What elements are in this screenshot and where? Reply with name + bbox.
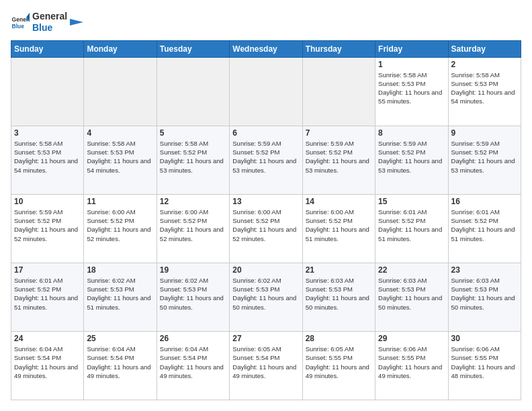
day-info: Sunrise: 6:03 AMSunset: 5:53 PMDaylight:… <box>378 276 445 312</box>
calendar-cell: 10Sunrise: 5:59 AMSunset: 5:52 PMDayligh… <box>11 194 84 263</box>
calendar-cell: 15Sunrise: 6:01 AMSunset: 5:52 PMDayligh… <box>375 194 448 263</box>
day-number: 20 <box>232 265 299 275</box>
day-info: Sunrise: 6:02 AMSunset: 5:53 PMDaylight:… <box>232 276 299 312</box>
day-info: Sunrise: 5:59 AMSunset: 5:52 PMDaylight:… <box>306 139 372 175</box>
calendar-header-row: SundayMondayTuesdayWednesdayThursdayFrid… <box>11 40 521 57</box>
day-info: Sunrise: 5:59 AMSunset: 5:52 PMDaylight:… <box>232 139 299 175</box>
weekday-header-monday: Monday <box>84 40 157 57</box>
calendar-cell: 28Sunrise: 6:05 AMSunset: 5:55 PMDayligh… <box>302 331 375 400</box>
day-number: 13 <box>232 197 299 206</box>
weekday-header-thursday: Thursday <box>302 40 375 57</box>
calendar-cell: 24Sunrise: 6:04 AMSunset: 5:54 PMDayligh… <box>11 331 84 400</box>
calendar-cell: 7Sunrise: 5:59 AMSunset: 5:52 PMDaylight… <box>302 126 375 194</box>
calendar-cell: 22Sunrise: 6:03 AMSunset: 5:53 PMDayligh… <box>375 263 448 331</box>
page: General Blue General Blue Su <box>0 0 532 411</box>
calendar-cell: 29Sunrise: 6:06 AMSunset: 5:55 PMDayligh… <box>375 331 448 400</box>
day-info: Sunrise: 6:00 AMSunset: 5:52 PMDaylight:… <box>160 208 226 243</box>
day-info: Sunrise: 6:02 AMSunset: 5:53 PMDaylight:… <box>160 276 226 312</box>
logo-text: General Blue <box>32 11 67 34</box>
logo: General Blue General Blue <box>11 11 83 34</box>
calendar-cell: 26Sunrise: 6:04 AMSunset: 5:54 PMDayligh… <box>157 331 229 400</box>
calendar-cell: 13Sunrise: 6:00 AMSunset: 5:52 PMDayligh… <box>230 194 302 263</box>
day-info: Sunrise: 6:04 AMSunset: 5:54 PMDaylight:… <box>160 345 226 380</box>
weekday-header-tuesday: Tuesday <box>157 40 229 57</box>
calendar-cell <box>157 57 229 126</box>
day-info: Sunrise: 6:04 AMSunset: 5:54 PMDaylight:… <box>14 345 81 380</box>
day-number: 28 <box>306 334 372 343</box>
calendar-cell: 9Sunrise: 5:59 AMSunset: 5:52 PMDaylight… <box>448 126 521 194</box>
calendar-cell: 6Sunrise: 5:59 AMSunset: 5:52 PMDaylight… <box>230 126 302 194</box>
day-info: Sunrise: 6:01 AMSunset: 5:52 PMDaylight:… <box>378 208 445 243</box>
day-number: 19 <box>160 265 226 275</box>
day-number: 22 <box>378 265 445 275</box>
logo-icon: General Blue <box>11 13 30 32</box>
day-info: Sunrise: 6:03 AMSunset: 5:53 PMDaylight:… <box>451 276 518 312</box>
day-info: Sunrise: 5:59 AMSunset: 5:52 PMDaylight:… <box>451 139 518 175</box>
day-info: Sunrise: 5:59 AMSunset: 5:52 PMDaylight:… <box>14 208 81 243</box>
calendar-cell: 1Sunrise: 5:58 AMSunset: 5:53 PMDaylight… <box>375 57 448 126</box>
calendar-cell: 27Sunrise: 6:05 AMSunset: 5:54 PMDayligh… <box>230 331 302 400</box>
day-number: 4 <box>87 128 153 138</box>
day-info: Sunrise: 5:58 AMSunset: 5:52 PMDaylight:… <box>160 139 226 175</box>
day-info: Sunrise: 5:59 AMSunset: 5:52 PMDaylight:… <box>378 139 445 175</box>
day-number: 16 <box>451 197 518 206</box>
calendar-cell: 12Sunrise: 6:00 AMSunset: 5:52 PMDayligh… <box>157 194 229 263</box>
calendar-cell: 17Sunrise: 6:01 AMSunset: 5:52 PMDayligh… <box>11 263 84 331</box>
day-number: 30 <box>451 334 518 343</box>
calendar-cell: 11Sunrise: 6:00 AMSunset: 5:52 PMDayligh… <box>84 194 157 263</box>
day-info: Sunrise: 6:00 AMSunset: 5:52 PMDaylight:… <box>306 208 372 243</box>
day-number: 21 <box>306 265 372 275</box>
day-number: 10 <box>14 197 81 206</box>
calendar-cell: 20Sunrise: 6:02 AMSunset: 5:53 PMDayligh… <box>230 263 302 331</box>
day-number: 8 <box>378 128 445 138</box>
day-number: 24 <box>14 334 81 343</box>
day-info: Sunrise: 6:03 AMSunset: 5:53 PMDaylight:… <box>306 276 372 312</box>
day-info: Sunrise: 6:06 AMSunset: 5:55 PMDaylight:… <box>451 345 518 380</box>
calendar-cell: 8Sunrise: 5:59 AMSunset: 5:52 PMDaylight… <box>375 126 448 194</box>
weekday-header-friday: Friday <box>375 40 448 57</box>
day-info: Sunrise: 6:04 AMSunset: 5:54 PMDaylight:… <box>87 345 153 380</box>
calendar-cell: 19Sunrise: 6:02 AMSunset: 5:53 PMDayligh… <box>157 263 229 331</box>
day-number: 6 <box>232 128 299 138</box>
calendar-cell <box>84 57 157 126</box>
calendar-cell: 23Sunrise: 6:03 AMSunset: 5:53 PMDayligh… <box>448 263 521 331</box>
day-number: 15 <box>378 197 445 206</box>
day-number: 9 <box>451 128 518 138</box>
day-info: Sunrise: 6:01 AMSunset: 5:52 PMDaylight:… <box>451 208 518 243</box>
calendar-cell: 25Sunrise: 6:04 AMSunset: 5:54 PMDayligh… <box>84 331 157 400</box>
logo-arrow-icon <box>70 15 83 29</box>
day-number: 12 <box>160 197 226 206</box>
weekday-header-sunday: Sunday <box>11 40 84 57</box>
day-info: Sunrise: 6:02 AMSunset: 5:53 PMDaylight:… <box>87 276 153 312</box>
calendar-week-row: 3Sunrise: 5:58 AMSunset: 5:53 PMDaylight… <box>11 126 521 194</box>
day-info: Sunrise: 6:01 AMSunset: 5:52 PMDaylight:… <box>14 276 81 312</box>
calendar-cell: 21Sunrise: 6:03 AMSunset: 5:53 PMDayligh… <box>302 263 375 331</box>
day-info: Sunrise: 6:06 AMSunset: 5:55 PMDaylight:… <box>378 345 445 380</box>
day-info: Sunrise: 6:05 AMSunset: 5:54 PMDaylight:… <box>232 345 299 380</box>
svg-marker-5 <box>70 19 83 26</box>
day-number: 27 <box>232 334 299 343</box>
day-number: 25 <box>87 334 153 343</box>
svg-text:Blue: Blue <box>12 23 25 30</box>
calendar-cell: 3Sunrise: 5:58 AMSunset: 5:53 PMDaylight… <box>11 126 84 194</box>
day-number: 26 <box>160 334 226 343</box>
calendar-cell: 30Sunrise: 6:06 AMSunset: 5:55 PMDayligh… <box>448 331 521 400</box>
calendar-cell: 14Sunrise: 6:00 AMSunset: 5:52 PMDayligh… <box>302 194 375 263</box>
calendar-cell <box>302 57 375 126</box>
day-number: 18 <box>87 265 153 275</box>
calendar-cell: 18Sunrise: 6:02 AMSunset: 5:53 PMDayligh… <box>84 263 157 331</box>
calendar-week-row: 1Sunrise: 5:58 AMSunset: 5:53 PMDaylight… <box>11 57 521 126</box>
calendar-week-row: 10Sunrise: 5:59 AMSunset: 5:52 PMDayligh… <box>11 194 521 263</box>
calendar-table: SundayMondayTuesdayWednesdayThursdayFrid… <box>11 40 521 400</box>
day-info: Sunrise: 5:58 AMSunset: 5:53 PMDaylight:… <box>451 71 518 106</box>
day-info: Sunrise: 6:05 AMSunset: 5:55 PMDaylight:… <box>306 345 372 380</box>
day-info: Sunrise: 5:58 AMSunset: 5:53 PMDaylight:… <box>378 71 445 106</box>
calendar-cell: 4Sunrise: 5:58 AMSunset: 5:53 PMDaylight… <box>84 126 157 194</box>
day-number: 7 <box>306 128 372 138</box>
day-number: 29 <box>378 334 445 343</box>
calendar-week-row: 17Sunrise: 6:01 AMSunset: 5:52 PMDayligh… <box>11 263 521 331</box>
day-info: Sunrise: 5:58 AMSunset: 5:53 PMDaylight:… <box>14 139 81 175</box>
calendar-week-row: 24Sunrise: 6:04 AMSunset: 5:54 PMDayligh… <box>11 331 521 400</box>
day-number: 5 <box>160 128 226 138</box>
calendar-cell: 2Sunrise: 5:58 AMSunset: 5:53 PMDaylight… <box>448 57 521 126</box>
